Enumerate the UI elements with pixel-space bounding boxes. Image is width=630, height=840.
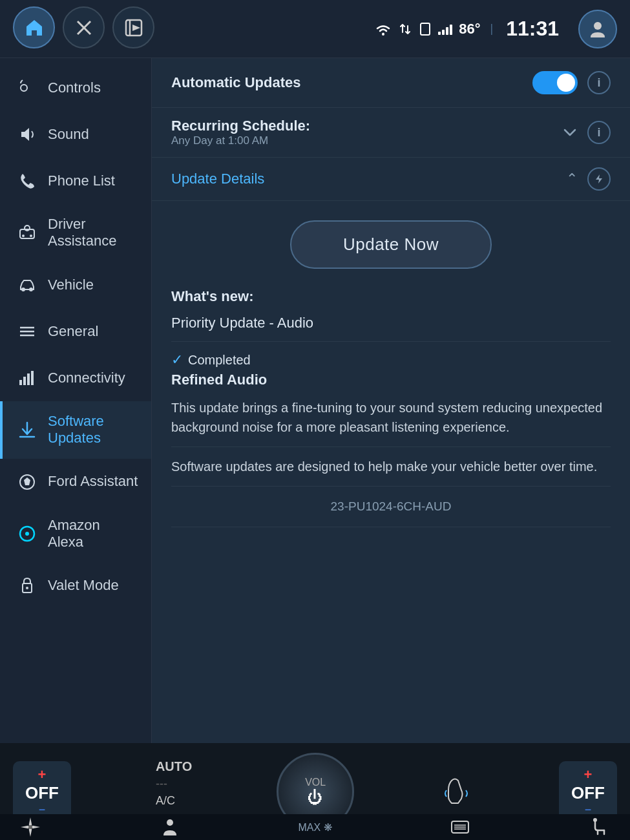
sidebar-item-phone-list[interactable]: Phone List	[0, 158, 151, 204]
seat-heat-icon[interactable]	[439, 774, 474, 810]
person-icon	[588, 19, 607, 39]
amazon-alexa-icon	[16, 522, 39, 545]
signal-bars-icon	[438, 23, 452, 35]
sidebar-item-valet-mode[interactable]: Valet Mode	[0, 562, 151, 609]
schedule-subtitle: Any Day at 1:00 AM	[171, 134, 562, 147]
whats-new-section: What's new: Priority Update - Audio ✓ Co…	[152, 288, 630, 527]
sidebar-item-label: Valet Mode	[48, 577, 119, 594]
automatic-updates-toggle[interactable]	[532, 71, 578, 94]
right-climate-state: OFF	[569, 783, 607, 803]
sidebar-item-sound[interactable]: Sound	[0, 111, 151, 158]
seat-icon-bottom[interactable]	[589, 816, 611, 838]
right-climate-control: + OFF −	[559, 761, 617, 822]
sidebar-item-label: Vehicle	[48, 277, 94, 293]
left-fan-icon[interactable]	[19, 816, 41, 838]
schedule-label: Recurring Schedule: Any Day at 1:00 AM	[171, 118, 562, 147]
vol-label: VOL	[305, 777, 326, 788]
bottom-icons-row: MAX ❋	[0, 814, 630, 840]
sidebar-item-label: Ford Assistant	[48, 473, 138, 490]
svg-marker-4	[132, 25, 140, 31]
sidebar-item-label: Connectivity	[48, 370, 125, 386]
svg-point-35	[593, 818, 597, 822]
schedule-info[interactable]: i	[587, 121, 611, 144]
svg-marker-28	[596, 174, 602, 184]
update-id: 23-PU1024-6CH-AUD	[171, 487, 611, 527]
refined-audio-title: Refined Audio	[171, 372, 611, 388]
update-note: Software updates are designed to help ma…	[171, 457, 611, 487]
nav-buttons	[13, 6, 154, 48]
temperature-display: 86°	[459, 21, 480, 37]
svg-point-30	[167, 819, 173, 826]
sidebar-item-label: Controls	[48, 79, 101, 96]
sidebar-item-software-updates[interactable]: Software Updates	[0, 401, 151, 459]
update-now-button[interactable]: Update Now	[290, 220, 492, 269]
update-name: Priority Update - Audio	[171, 315, 611, 342]
sound-icon	[16, 123, 39, 146]
sidebar-item-label: Sound	[48, 126, 89, 143]
sidebar-item-vehicle[interactable]: Vehicle	[0, 262, 151, 308]
svg-rect-6	[421, 23, 430, 35]
svg-point-11	[22, 235, 25, 237]
general-icon	[16, 320, 39, 343]
status-icons: 86° | 11:31	[375, 10, 617, 48]
controls-icon	[16, 76, 39, 100]
update-details-link[interactable]: Update Details	[171, 171, 566, 187]
person-icon-bottom	[159, 816, 181, 838]
ac-label: A/C	[156, 794, 192, 808]
sidebar-item-general[interactable]: General	[0, 308, 151, 355]
main-content: Controls Sound Phone Li	[0, 58, 630, 743]
ford-assistant-icon	[16, 470, 39, 494]
svg-point-12	[30, 235, 32, 237]
auto-label: AUTO	[156, 759, 192, 774]
vol-power-icon: ⏻	[308, 788, 323, 806]
update-details-row[interactable]: Update Details ⌃	[152, 158, 630, 201]
profile-button[interactable]	[578, 10, 617, 48]
sidebar-item-label: General	[48, 323, 98, 340]
schedule-title: Recurring Schedule:	[171, 118, 562, 134]
rear-defrost-icon[interactable]	[449, 816, 471, 838]
whats-new-title: What's new:	[171, 288, 611, 305]
right-climate-button[interactable]: + OFF −	[559, 761, 617, 822]
right-climate-plus: +	[569, 766, 607, 783]
connectivity-icon	[16, 366, 39, 390]
main-screen: 86° | 11:31 Controls	[0, 0, 630, 743]
svg-rect-18	[19, 380, 22, 385]
svg-point-29	[28, 825, 32, 829]
svg-point-7	[594, 22, 602, 30]
lightning-icon	[593, 173, 605, 185]
svg-point-14	[29, 288, 33, 291]
sidebar-item-label: Software Updates	[48, 413, 104, 447]
max-heat-label[interactable]: MAX ❋	[298, 821, 331, 834]
svg-rect-21	[31, 371, 34, 385]
sidebar-item-controls[interactable]: Controls	[0, 65, 151, 111]
sidebar-item-driver-assistance[interactable]: Driver Assistance	[0, 204, 151, 262]
data-transfer-icon	[398, 22, 412, 36]
sidebar-item-connectivity[interactable]: Connectivity	[0, 355, 151, 401]
svg-point-13	[21, 288, 25, 291]
wifi-icon	[375, 22, 392, 36]
automatic-updates-label: Automatic Updates	[171, 74, 532, 91]
recurring-schedule-row[interactable]: Recurring Schedule: Any Day at 1:00 AM i	[152, 108, 630, 158]
chevron-down-icon	[562, 125, 578, 140]
left-climate-state: OFF	[23, 783, 61, 803]
svg-rect-19	[23, 377, 26, 385]
update-details-info[interactable]	[587, 167, 611, 191]
automatic-updates-info[interactable]: i	[587, 71, 611, 94]
svg-point-8	[21, 85, 27, 91]
automatic-updates-row: Automatic Updates i	[152, 58, 630, 108]
sidebar-item-label: Driver Assistance	[48, 216, 116, 250]
media-button[interactable]	[112, 6, 154, 48]
svg-point-5	[382, 33, 384, 36]
sidebar-item-amazon-alexa[interactable]: Amazon Alexa	[0, 505, 151, 563]
left-climate-button[interactable]: + OFF −	[13, 761, 71, 822]
chevron-up-icon: ⌃	[566, 171, 578, 187]
status-bar: 86° | 11:31	[0, 0, 630, 58]
vehicle-icon	[16, 273, 39, 297]
close-button[interactable]	[63, 6, 105, 48]
svg-point-25	[25, 532, 29, 536]
home-button[interactable]	[13, 6, 55, 48]
sidebar-item-ford-assistant[interactable]: Ford Assistant	[0, 459, 151, 505]
left-climate-plus: +	[23, 766, 61, 783]
time-display: 11:31	[506, 17, 559, 41]
driver-assistance-icon	[16, 221, 39, 244]
